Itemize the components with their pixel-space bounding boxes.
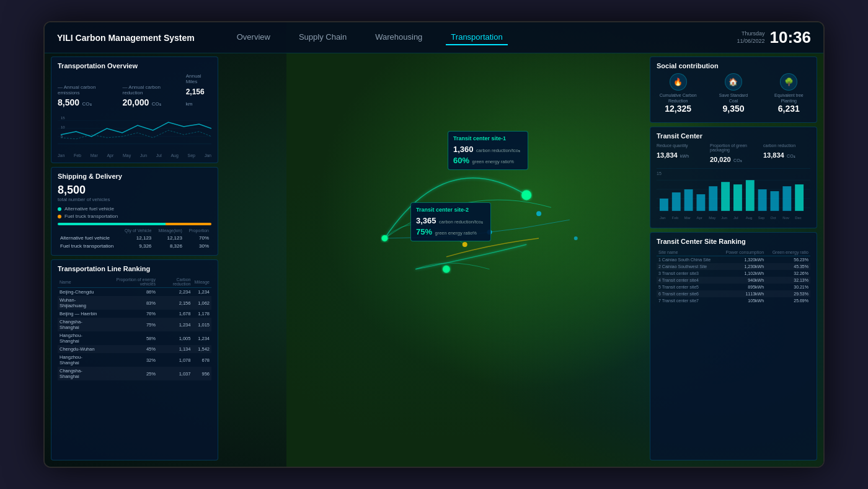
- transit-metric-2: carbon reduction 13,834 CO₂: [763, 143, 810, 164]
- line-ranking-card: Transportation Line Ranking Name Proport…: [51, 259, 218, 460]
- vprop-0: 70%: [185, 234, 211, 242]
- ranking-table: Name Proportion of energy vehicles Carbo…: [58, 276, 211, 380]
- spower-1: 1,230kWh: [719, 263, 766, 270]
- screen: YILI Carbon Management System Overview S…: [45, 22, 823, 467]
- rcarbon-4: 1,005: [157, 331, 193, 345]
- transit-popup-1: Transit center site-1 1,360 carbon reduc…: [448, 131, 528, 170]
- social-card: Social contribution 🔥 Cumulative CarbonR…: [650, 56, 817, 123]
- popup-1-title: Transit center site-1: [453, 135, 523, 141]
- rmileage-4: 1,234: [192, 331, 211, 345]
- transit-chart-area: 15: [657, 168, 810, 223]
- nav-transportation[interactable]: Transportation: [446, 30, 507, 45]
- vname-1: Fuel truck transportation: [58, 242, 120, 250]
- th-qty: Qty of Vehicle: [120, 227, 154, 234]
- sratio-4: 30.21%: [766, 284, 810, 290]
- rth-prop: Proportion of energy vehicles: [102, 276, 157, 288]
- nav-supply-chain[interactable]: Supply Chain: [294, 30, 352, 45]
- unit-carbon-emit: CO₂: [82, 101, 92, 107]
- svg-text:Apr: Apr: [696, 216, 702, 220]
- t-val-1: 20,020 CO₂: [710, 153, 757, 164]
- clock-area: Thursday 11/06/2022 10:36: [737, 28, 811, 47]
- ranking-row-0: Beijing-Chengdu 86% 2,234 1,234: [58, 288, 211, 297]
- rth-mileage: Mileage: [192, 276, 211, 288]
- popup-2-title: Transit center site-2: [416, 207, 485, 213]
- site-row-5: 6 Transit center site6 1113kWh 29.53%: [657, 290, 810, 297]
- rname-2: Beijing — Haerbin: [58, 310, 102, 318]
- site-row-1: 2 Cainiao Southwest Site 1,230kWh 45.35%: [657, 263, 810, 270]
- site-ranking-table: Site name Power consumption Green energy…: [657, 249, 810, 304]
- rprop-1: 83%: [102, 296, 157, 310]
- rprop-4: 58%: [102, 331, 157, 345]
- t-val-2: 13,834 CO₂: [763, 149, 810, 160]
- rcarbon-2: 1,678: [157, 310, 193, 318]
- site-row-3: 4 Transit center site4 940kWh 32.13%: [657, 277, 810, 284]
- header: YILI Carbon Management System Overview S…: [45, 22, 823, 53]
- t-label-1: Proportion of green packaging: [710, 143, 757, 152]
- main-nav: Overview Supply Chain Warehousing Transp…: [232, 30, 737, 45]
- rmileage-2: 1,178: [192, 310, 211, 318]
- svg-text:Jan: Jan: [660, 216, 666, 220]
- svg-rect-22: [709, 186, 717, 211]
- rname-7: Changsha-Shanghai: [58, 367, 102, 380]
- snum-1: 2 Cainiao Southwest Site: [657, 263, 719, 270]
- svg-rect-20: [684, 189, 693, 211]
- social-icon-2: 🌳: [780, 73, 797, 91]
- ranking-row-1: Wuhan-Shijiazhuang 83% 2,156 1,062: [58, 296, 211, 310]
- ship-total: 8,500: [58, 184, 211, 197]
- label-alt-fuel: Alternative fuel vehicle: [64, 206, 114, 212]
- nav-overview[interactable]: Overview: [232, 30, 275, 45]
- rcarbon-5: 1,134: [157, 345, 193, 353]
- rname-5: Chengdu-Wuhan: [58, 345, 102, 353]
- rcarbon-6: 1,078: [157, 353, 193, 367]
- bar-alt-fuel: [58, 223, 166, 225]
- date-display: Thursday 11/06/2022: [737, 30, 764, 45]
- nav-warehousing[interactable]: Warehousing: [370, 30, 427, 45]
- site-row-2: 3 Transit center site3 1,102kWh 32.26%: [657, 270, 810, 277]
- svg-rect-27: [771, 191, 779, 211]
- social-icons-row: 🔥 Cumulative CarbonReduction 12,325 🏠 Sa…: [657, 73, 810, 114]
- th-vehicle-name: [58, 227, 120, 234]
- rprop-2: 76%: [102, 310, 157, 318]
- sratio-3: 32.13%: [766, 277, 810, 284]
- spower-2: 1,102kWh: [719, 270, 766, 277]
- ranking-row-7: Changsha-Shanghai 25% 1,037 956: [58, 367, 211, 380]
- rname-6: Hangzhou-Shanghai: [58, 353, 102, 367]
- svg-text:Mar: Mar: [684, 216, 691, 220]
- svg-rect-18: [660, 199, 668, 211]
- spower-4: 895kWh: [719, 284, 766, 290]
- shipping-card: Shipping & Delivery 8,500 total number o…: [51, 167, 218, 256]
- right-panel: Social contribution 🔥 Cumulative CarbonR…: [650, 56, 817, 460]
- th-proportion: Proportion: [185, 227, 211, 234]
- svg-rect-21: [696, 194, 705, 211]
- social-item-0: 🔥 Cumulative CarbonReduction 12,325: [657, 73, 699, 114]
- svg-text:Jun: Jun: [721, 216, 727, 220]
- popup-2-green: 75% green energy ratio%: [416, 226, 485, 237]
- snum-2: 3 Transit center site3: [657, 270, 719, 277]
- svg-text:Nov: Nov: [782, 216, 789, 220]
- svg-text:Aug: Aug: [746, 216, 753, 220]
- val-carbon-reduce: 20,000: [123, 97, 149, 107]
- rcarbon-7: 1,037: [157, 367, 193, 380]
- rcarbon-0: 2,234: [157, 288, 193, 297]
- transit-metric-0: Reduce quantity 13,834 kWh: [657, 143, 704, 164]
- transport-overview-title: Transportation Overview: [58, 62, 211, 70]
- metric-carbon-emit: — Annual carbon emissions 8,500 CO₂: [58, 84, 113, 108]
- svg-text:Sep: Sep: [758, 216, 765, 220]
- snum-4: 5 Transit center site5: [657, 284, 719, 290]
- vmile-1: 8,326: [154, 242, 185, 250]
- snum-0: 1 Cainiao South China Site: [657, 256, 719, 264]
- spower-5: 1113kWh: [719, 290, 766, 297]
- rname-3: Changsha-Shanghai: [58, 318, 102, 331]
- time-display: 10:36: [770, 28, 812, 47]
- sth-name: Site name: [657, 249, 719, 256]
- social-label-2: Equivalent treePlanting: [774, 92, 804, 104]
- vmile-0: 12,123: [154, 234, 185, 242]
- rmileage-0: 1,234: [192, 288, 211, 297]
- svg-rect-29: [795, 184, 804, 211]
- shipping-title: Shipping & Delivery: [58, 173, 211, 180]
- popup-2-value: 3,365 carbon reduction/tco₂: [416, 215, 485, 226]
- spower-0: 1,320kWh: [719, 256, 766, 264]
- rmileage-7: 956: [192, 367, 211, 380]
- rname-4: Hangzhou-Shanghai: [58, 331, 102, 345]
- unit-carbon-reduce: CO₂: [152, 101, 161, 107]
